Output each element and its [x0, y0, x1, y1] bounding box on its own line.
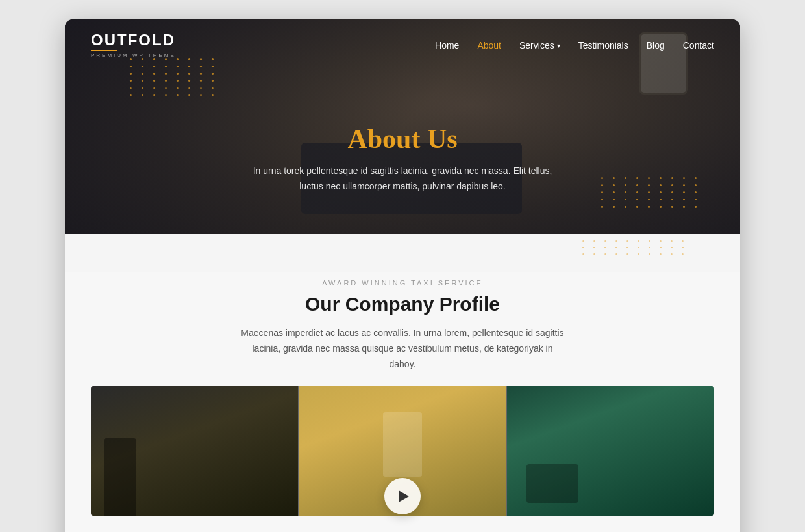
nav-item-contact[interactable]: Contact [683, 40, 714, 51]
hero-title: About Us [130, 123, 675, 154]
nav-link-contact[interactable]: Contact [683, 40, 714, 51]
dots-extra-grid [582, 240, 688, 255]
hero-content: About Us In urna torek pellentesque id s… [65, 123, 740, 195]
section-title: Our Company Profile [91, 293, 714, 315]
nav-link-blog[interactable]: Blog [647, 40, 665, 51]
nav-item-home[interactable]: Home [435, 40, 459, 51]
logo-name: OUTFOLD [91, 32, 176, 48]
nav-link-about[interactable]: About [477, 40, 501, 51]
play-overlay [91, 496, 714, 532]
nav-item-services[interactable]: Services ▾ [519, 40, 560, 51]
play-button[interactable] [384, 478, 421, 514]
section-description: Maecenas imperdiet ac lacus ac convallis… [240, 326, 565, 372]
hero-description: In urna torek pellentesque id sagittis l… [240, 163, 565, 195]
nav-item-testimonials[interactable]: Testimonials [578, 40, 628, 51]
browser-window: OUTFOLD PREMIUM WP THEME Home About Serv… [65, 19, 740, 532]
nav-item-about[interactable]: About [477, 40, 501, 51]
nav-link-home[interactable]: Home [435, 40, 459, 51]
play-icon [399, 490, 409, 502]
logo-underline [91, 50, 117, 51]
nav-link-services[interactable]: Services [519, 40, 554, 51]
navbar: OUTFOLD PREMIUM WP THEME Home About Serv… [65, 19, 740, 71]
logo[interactable]: OUTFOLD PREMIUM WP THEME [91, 32, 176, 58]
section-tag: AWARD WINNING TAXI SERVICE [91, 279, 714, 287]
dots-extra-section [65, 234, 740, 272]
hero-section: OUTFOLD PREMIUM WP THEME Home About Serv… [65, 19, 740, 234]
nav-links: Home About Services ▾ Testimonials Blog [435, 40, 714, 51]
nav-item-blog[interactable]: Blog [647, 40, 665, 51]
chevron-down-icon: ▾ [557, 42, 560, 49]
logo-tagline: PREMIUM WP THEME [91, 53, 176, 58]
nav-link-testimonials[interactable]: Testimonials [578, 40, 628, 51]
main-content: AWARD WINNING TAXI SERVICE Our Company P… [65, 272, 740, 532]
